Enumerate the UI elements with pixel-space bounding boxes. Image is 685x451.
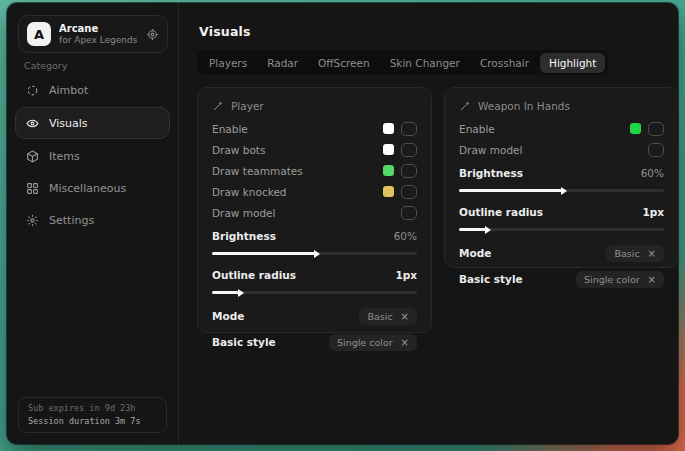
- weapon-in-hands-panel: Weapon In Hands Enable Draw model Bright…: [444, 87, 679, 268]
- slider-value: 1px: [642, 206, 664, 218]
- brightness-row: Brightness 60%: [459, 162, 664, 183]
- tab-skin-changer[interactable]: Skin Changer: [381, 53, 469, 73]
- gear-icon: [26, 214, 39, 227]
- app-logo: A: [27, 22, 51, 46]
- slider-value: 1px: [395, 269, 417, 281]
- slider-thumb[interactable]: [314, 250, 320, 258]
- enable-checkbox[interactable]: [648, 122, 664, 136]
- basic-style-tag[interactable]: Single color ×: [329, 334, 417, 351]
- gear-icon[interactable]: [146, 28, 159, 41]
- enable-checkbox[interactable]: [401, 122, 417, 136]
- tag-label: Single color: [584, 274, 640, 285]
- close-icon[interactable]: ×: [401, 337, 409, 348]
- slider-label: Brightness: [459, 167, 523, 179]
- sidebar-item-items[interactable]: Items: [15, 141, 170, 171]
- app-name: Arcane: [59, 23, 138, 35]
- category-label: Category: [24, 60, 67, 71]
- panel-title: Weapon In Hands: [478, 100, 570, 112]
- toggle-label: Enable: [212, 123, 248, 135]
- sidebar-item-aimbot[interactable]: Aimbot: [15, 75, 170, 105]
- slider-label: Outline radius: [212, 269, 296, 281]
- box-icon: [26, 150, 39, 163]
- slider-thumb[interactable]: [485, 226, 491, 234]
- sidebar-item-label: Items: [49, 150, 80, 163]
- mode-tag[interactable]: Basic ×: [359, 308, 417, 325]
- sidebar-item-label: Miscellaneous: [49, 182, 126, 195]
- app-titles: Arcane for Apex Legends: [59, 23, 138, 46]
- slider-label: Outline radius: [459, 206, 543, 218]
- draw-teammates-checkbox[interactable]: [401, 164, 417, 178]
- mode-select-row: Mode Basic ×: [459, 240, 664, 266]
- sidebar-item-miscellaneous[interactable]: Miscellaneous: [15, 173, 170, 203]
- tab-players[interactable]: Players: [200, 53, 256, 73]
- tab-offscreen[interactable]: OffScreen: [309, 53, 379, 73]
- toggle-label: Draw model: [212, 207, 275, 219]
- outline-radius-slider[interactable]: [212, 291, 417, 294]
- crosshair-icon: [26, 84, 39, 97]
- color-swatch[interactable]: [630, 123, 641, 134]
- toggle-row-draw-model: Draw model: [459, 139, 664, 160]
- grid-icon: [26, 182, 39, 195]
- mode-tag[interactable]: Basic ×: [606, 245, 664, 262]
- color-swatch[interactable]: [383, 123, 394, 134]
- slider-label: Brightness: [212, 230, 276, 242]
- draw-knocked-checkbox[interactable]: [401, 185, 417, 199]
- toggle-label: Draw model: [459, 144, 522, 156]
- app-subtitle: for Apex Legends: [59, 35, 138, 46]
- select-label: Mode: [212, 310, 244, 322]
- close-icon[interactable]: ×: [648, 274, 656, 285]
- eye-icon: [26, 117, 39, 130]
- outline-radius-row: Outline radius 1px: [459, 201, 664, 222]
- draw-model-checkbox[interactable]: [401, 206, 417, 220]
- color-swatch[interactable]: [383, 186, 394, 197]
- toggle-row-draw-knocked: Draw knocked: [212, 181, 417, 202]
- slider-value: 60%: [394, 230, 417, 242]
- toggle-row-enable: Enable: [459, 118, 664, 139]
- sub-expires-text: Sub expires in 9d 23h: [28, 402, 157, 415]
- tab-crosshair[interactable]: Crosshair: [471, 53, 538, 73]
- sidebar-item-label: Aimbot: [49, 84, 88, 97]
- tab-highlight[interactable]: Highlight: [540, 53, 605, 73]
- slider-thumb[interactable]: [561, 187, 567, 195]
- sidebar-item-label: Settings: [49, 214, 94, 227]
- color-swatch[interactable]: [383, 144, 394, 155]
- sidebar-item-label: Visuals: [49, 117, 88, 130]
- brightness-slider[interactable]: [459, 189, 664, 192]
- brightness-slider[interactable]: [212, 252, 417, 255]
- main-content: Visuals Players Radar OffScreen Skin Cha…: [180, 3, 678, 444]
- basic-style-select-row: Basic style Single color ×: [212, 329, 417, 355]
- subscription-info-card: Sub expires in 9d 23h Session duration 3…: [18, 397, 167, 433]
- slider-value: 60%: [641, 167, 664, 179]
- draw-model-checkbox[interactable]: [648, 143, 664, 157]
- sidebar-item-settings[interactable]: Settings: [15, 205, 170, 235]
- outline-radius-slider[interactable]: [459, 228, 664, 231]
- color-swatch[interactable]: [383, 165, 394, 176]
- close-icon[interactable]: ×: [648, 248, 656, 259]
- select-label: Basic style: [459, 273, 523, 285]
- toggle-row-draw-teammates: Draw teammates: [212, 160, 417, 181]
- close-icon[interactable]: ×: [401, 311, 409, 322]
- mode-select-row: Mode Basic ×: [212, 303, 417, 329]
- player-panel: Player Enable Draw bots Draw teammates: [197, 87, 432, 333]
- basic-style-tag[interactable]: Single color ×: [576, 271, 664, 288]
- session-duration-text: Session duration 3m 7s: [28, 415, 157, 428]
- toggle-label: Draw knocked: [212, 186, 287, 198]
- app-header-card: A Arcane for Apex Legends: [18, 15, 168, 53]
- toggle-label: Draw bots: [212, 144, 265, 156]
- sidebar: A Arcane for Apex Legends Category Aimbo…: [7, 3, 179, 444]
- page-title: Visuals: [199, 24, 251, 39]
- app-window: A Arcane for Apex Legends Category Aimbo…: [7, 3, 678, 444]
- slider-thumb[interactable]: [238, 289, 244, 297]
- sidebar-item-visuals[interactable]: Visuals: [15, 107, 170, 139]
- draw-bots-checkbox[interactable]: [401, 143, 417, 157]
- wand-icon: [212, 100, 224, 112]
- player-panel-header: Player: [212, 100, 417, 112]
- weapon-panel-header: Weapon In Hands: [459, 100, 664, 112]
- select-label: Mode: [459, 247, 491, 259]
- tab-radar[interactable]: Radar: [258, 53, 307, 73]
- toggle-row-enable: Enable: [212, 118, 417, 139]
- basic-style-select-row: Basic style Single color ×: [459, 266, 664, 292]
- toggle-label: Enable: [459, 123, 495, 135]
- panel-title: Player: [231, 100, 264, 112]
- tag-label: Basic: [614, 248, 639, 259]
